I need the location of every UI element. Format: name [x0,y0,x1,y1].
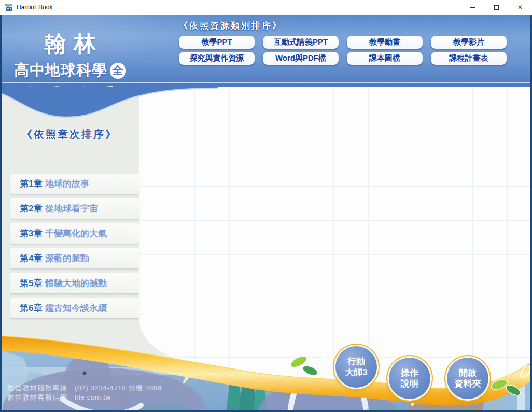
window-title: HanlinEBook [17,4,52,11]
chapter-sort-title: 《依照章次排序》 [0,127,139,141]
chapter-name: 鑑古知今談永續 [45,302,107,314]
chapter-number: 第1章 [10,178,45,190]
resource-sort-title: 《依照資源類別排序》 [179,20,507,32]
email-label: 數位教材客服信箱 [7,393,67,401]
hotline-label: 數位教材服務專線 [7,384,67,392]
hotline-line: 數位教材服務專線(02) 3234-4718 分機 2859 [7,383,162,393]
brand-name: 翰林 [0,29,140,59]
window-border-bottom [0,410,532,412]
close-button[interactable]: ✕ [508,0,532,15]
mobile-master-button[interactable]: 行動 大師3 [335,346,377,388]
chapter-name: 千變萬化的大氣 [45,228,107,239]
chapter-item-2[interactable]: 第2章 從地球看宇宙 [10,198,139,219]
chapter-number: 第4章 [10,252,45,264]
minimize-button[interactable] [460,0,484,15]
hotline-value: (02) 3234-4718 分機 2859 [75,384,162,392]
resource-button-inquiry-practice[interactable]: 探究與實作資源 [179,52,255,65]
app-logo-icon [5,3,13,11]
resource-button-word-pdf[interactable]: Word與PDF檔 [263,52,339,65]
chapter-list: 第1章 地球的故事 第2章 從地球看宇宙 第3章 千變萬化的大氣 第4章 深藍的… [10,174,139,323]
mammoth-eye [83,372,87,375]
email-value: hle.com.tw [75,393,111,401]
leaf-outline-icon [318,353,333,368]
resource-button-teaching-video[interactable]: 教學影片 [431,36,507,49]
chapter-item-6[interactable]: 第6章 鑑古知今談永續 [10,298,139,318]
app-window: HanlinEBook ✕ 翰林 高中地球科學 全 教學光碟 《依照資源類別排序… [0,0,532,412]
chapter-number: 第5章 [10,277,45,289]
window-border-right [530,15,532,412]
chapter-item-1[interactable]: 第1章 地球的故事 [10,174,139,194]
chapter-number: 第3章 [10,228,45,239]
brand-logo: 翰林 高中地球科學 全 教學光碟 [0,15,140,95]
edition-badge: 全 [110,63,126,79]
close-icon: ✕ [517,4,523,10]
footer-contact: 數位教材服務專線(02) 3234-4718 分機 2859 數位教材客服信箱h… [7,383,162,402]
chapter-number: 第2章 [10,203,45,215]
logo-subject-text: 高中地球科學 [14,60,107,81]
email-line: 數位教材客服信箱hle.com.tw [7,393,162,402]
user-guide-button[interactable]: 操作 說明 [389,358,430,399]
minimize-icon [470,7,475,8]
open-folder-button[interactable]: 開啟 資料夾 [447,358,488,399]
leaf-icon [301,364,318,377]
maximize-button[interactable] [484,0,508,15]
resource-button-textbook-images[interactable]: 課本圖檔 [347,52,423,65]
logo-subject: 高中地球科學 全 [0,60,140,81]
chapter-name: 深藍的脈動 [45,252,89,264]
resource-button-interactive-lecture-ppt[interactable]: 互動式講義PPT [263,36,339,49]
resource-section: 《依照資源類別排序》 教學PPT 互動式講義PPT 教學動畫 教學影片 探究與實… [179,20,507,65]
chapter-item-3[interactable]: 第3章 千變萬化的大氣 [10,223,139,244]
header-banner: 翰林 高中地球科學 全 教學光碟 《依照資源類別排序》 教學PPT 互動式講義P… [0,15,532,87]
resource-button-teaching-animation[interactable]: 教學動畫 [347,36,423,49]
chapter-item-5[interactable]: 第5章 體驗大地的撼動 [10,273,139,293]
chapter-name: 從地球看宇宙 [45,203,98,215]
chapter-item-4[interactable]: 第4章 深藍的脈動 [10,248,139,268]
window-titlebar[interactable]: HanlinEBook ✕ [0,0,532,15]
chapter-number: 第6章 [10,302,45,314]
maximize-icon [494,5,499,10]
chapter-name: 地球的故事 [45,178,89,190]
window-controls: ✕ [460,0,532,15]
chapter-name: 體驗大地的撼動 [45,277,107,289]
window-border-left [0,15,2,412]
resource-button-grid: 教學PPT 互動式講義PPT 教學動畫 教學影片 探究與實作資源 Word與PD… [179,36,507,65]
resource-button-curriculum-plan[interactable]: 課程計畫表 [431,52,507,65]
resource-button-teaching-ppt[interactable]: 教學PPT [179,36,255,49]
